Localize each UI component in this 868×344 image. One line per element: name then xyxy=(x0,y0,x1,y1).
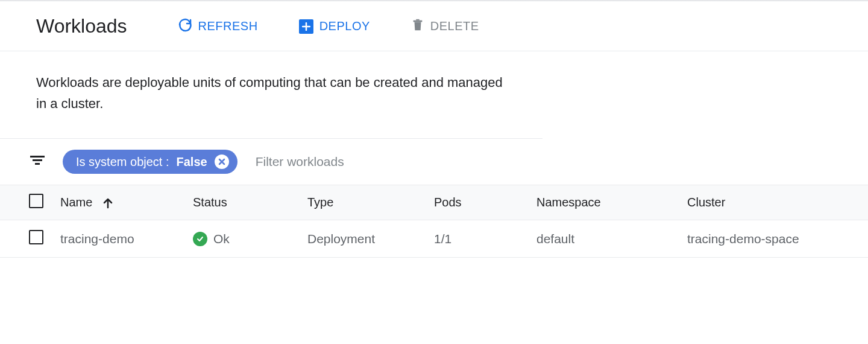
delete-button[interactable]: DELETE xyxy=(409,14,482,39)
workload-cluster: tracing-demo-space xyxy=(687,220,868,258)
filter-bar: Is system object : False xyxy=(0,139,868,185)
row-checkbox[interactable] xyxy=(29,230,43,244)
page-description: Workloads are deployable units of comput… xyxy=(0,51,542,139)
header-actions: REFRESH DEPLOY DELETE xyxy=(175,14,482,39)
page-header: Workloads REFRESH DEPLOY xyxy=(0,2,868,51)
table-row[interactable]: tracing-demo Ok Deployment 1/1 default t… xyxy=(0,220,868,258)
select-all-checkbox[interactable] xyxy=(29,194,43,208)
status-cell: Ok xyxy=(193,232,307,246)
arrow-up-icon xyxy=(102,197,114,209)
workload-type: Deployment xyxy=(307,220,434,258)
page-title: Workloads xyxy=(36,15,127,37)
chip-key: Is system object : xyxy=(76,155,169,169)
workload-name[interactable]: tracing-demo xyxy=(60,220,193,258)
table-header-row: Name Status Type Pods Namespace Cluster xyxy=(0,185,868,220)
chip-value: False xyxy=(177,155,207,169)
filter-input[interactable] xyxy=(256,154,838,169)
filter-icon[interactable] xyxy=(30,156,45,168)
column-header-status[interactable]: Status xyxy=(193,185,307,220)
column-header-cluster[interactable]: Cluster xyxy=(687,185,868,220)
deploy-button[interactable]: DEPLOY xyxy=(297,16,373,37)
close-icon[interactable] xyxy=(215,154,229,169)
trash-icon xyxy=(411,18,424,35)
filter-chip-system-object[interactable]: Is system object : False xyxy=(63,150,237,174)
refresh-icon xyxy=(178,18,192,35)
plus-square-icon xyxy=(299,19,313,34)
check-circle-icon xyxy=(193,232,207,246)
column-header-namespace[interactable]: Namespace xyxy=(536,185,687,220)
status-text: Ok xyxy=(213,232,230,246)
column-header-pods[interactable]: Pods xyxy=(434,185,536,220)
column-header-type[interactable]: Type xyxy=(307,185,434,220)
column-header-name[interactable]: Name xyxy=(60,185,193,220)
workload-pods: 1/1 xyxy=(434,220,536,258)
workload-namespace: default xyxy=(536,220,687,258)
workloads-table: Name Status Type Pods Namespace Cluster … xyxy=(0,185,868,258)
refresh-button[interactable]: REFRESH xyxy=(175,14,260,39)
